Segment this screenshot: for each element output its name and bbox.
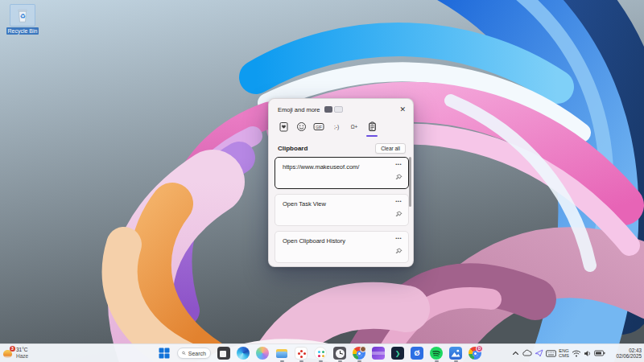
clipboard-item[interactable]: Open Task View ••• bbox=[275, 194, 409, 226]
clipboard-item-text: Open Task View bbox=[283, 200, 326, 208]
clear-all-button[interactable]: Clear all bbox=[375, 143, 406, 154]
weather-temperature: 31°C bbox=[16, 347, 28, 353]
emoji-and-more-flyout: Emoji and more ✕ GIF ;-) bbox=[268, 98, 414, 267]
recycle-bin-icon: ♻ bbox=[10, 4, 35, 27]
undock-icon[interactable] bbox=[334, 106, 343, 113]
task-view-button[interactable] bbox=[217, 347, 230, 360]
red-dots-app-icon bbox=[295, 347, 308, 360]
language-line2: CMS bbox=[559, 353, 569, 359]
paper-plane-icon[interactable] bbox=[535, 349, 543, 357]
clipboard-section-header: Clipboard Clear all bbox=[278, 142, 406, 154]
terminal-app[interactable]: ❯ bbox=[391, 347, 404, 360]
task-view-icon bbox=[217, 347, 230, 360]
search-icon bbox=[182, 350, 186, 356]
profile-badge: D bbox=[476, 345, 483, 352]
flyout-scrollbar[interactable] bbox=[409, 157, 411, 207]
close-icon[interactable]: ✕ bbox=[399, 105, 406, 113]
symbols-icon: Ω+ bbox=[351, 124, 358, 130]
gif-icon: GIF bbox=[313, 121, 324, 132]
weather-haze-icon: 3 bbox=[2, 348, 14, 359]
recycle-bin-desktop-icon[interactable]: ♻ Recycle Bin bbox=[5, 4, 40, 35]
svg-text:♻: ♻ bbox=[19, 13, 25, 20]
start-button[interactable] bbox=[158, 347, 171, 360]
tab-symbols[interactable]: Ω+ bbox=[345, 120, 363, 134]
clipboard-item-text: https://www.makeuseof.com/ bbox=[283, 163, 359, 171]
slack-icon bbox=[314, 347, 327, 360]
terminal-icon: ❯ bbox=[391, 347, 404, 360]
wifi-icon[interactable] bbox=[572, 350, 581, 357]
wallet-icon bbox=[372, 347, 385, 360]
emoji-icon bbox=[296, 121, 307, 132]
clipboard-item[interactable]: https://www.makeuseof.com/ ••• bbox=[275, 157, 409, 189]
clipboard-icon bbox=[367, 121, 378, 132]
search-label: Search bbox=[188, 351, 206, 356]
clock-app-icon bbox=[333, 347, 346, 360]
spotify-icon bbox=[430, 347, 443, 360]
tab-clipboard[interactable] bbox=[363, 120, 381, 134]
battery-icon[interactable] bbox=[594, 350, 605, 356]
tab-gif[interactable]: GIF bbox=[310, 120, 328, 134]
recently-used-icon bbox=[279, 121, 289, 132]
item-menu-icon[interactable]: ••• bbox=[395, 199, 402, 204]
system-tray: ENG CMS 02:43 02/06/2025 bbox=[512, 344, 642, 362]
tab-kaomoji[interactable]: ;-) bbox=[328, 120, 345, 134]
photos-icon bbox=[449, 347, 462, 360]
edge-icon bbox=[237, 347, 250, 360]
weather-condition: Haze bbox=[16, 353, 28, 360]
clock-time: 02:43 bbox=[629, 348, 642, 354]
taskbar-clock[interactable]: 02:43 02/06/2025 bbox=[608, 348, 642, 360]
loop-app[interactable]: Ø bbox=[411, 347, 423, 360]
windows-logo-icon bbox=[158, 347, 171, 360]
tab-recently-used[interactable] bbox=[275, 120, 292, 134]
photos-app[interactable] bbox=[449, 347, 462, 360]
pin-icon[interactable] bbox=[395, 207, 402, 221]
clipboard-item-text: Open Clipboard History bbox=[283, 237, 345, 245]
red-dots-app[interactable] bbox=[295, 347, 308, 360]
wallet-app[interactable] bbox=[372, 347, 385, 360]
taskbar: 3 31°C Haze Search bbox=[0, 343, 644, 362]
touch-keyboard-icon[interactable] bbox=[546, 350, 556, 357]
copilot-app[interactable] bbox=[256, 347, 269, 360]
volume-icon[interactable] bbox=[584, 350, 592, 357]
weather-widget[interactable]: 3 31°C Haze bbox=[2, 345, 28, 361]
pin-icon[interactable] bbox=[395, 170, 402, 184]
keyboard-dock-icon[interactable] bbox=[324, 106, 332, 113]
clock-date: 02/06/2025 bbox=[616, 353, 642, 360]
chrome-profile-app[interactable]: D bbox=[469, 347, 481, 360]
clock-app[interactable] bbox=[333, 347, 346, 360]
clipboard-item[interactable]: Open Clipboard History ••• bbox=[275, 231, 409, 263]
item-menu-icon[interactable]: ••• bbox=[395, 236, 402, 241]
item-menu-icon[interactable]: ••• bbox=[395, 162, 402, 167]
tray-chevron-up-icon[interactable] bbox=[512, 350, 519, 356]
flyout-title: Emoji and more bbox=[278, 106, 320, 113]
clipboard-section-title: Clipboard bbox=[278, 145, 308, 152]
edge-app[interactable] bbox=[237, 347, 250, 360]
pin-icon[interactable] bbox=[395, 244, 402, 258]
spotify-app[interactable] bbox=[430, 347, 443, 360]
onedrive-cloud-icon[interactable] bbox=[522, 349, 532, 357]
profile-avatar bbox=[360, 346, 366, 352]
flyout-header: Emoji and more ✕ bbox=[269, 99, 413, 115]
recycle-bin-label: Recycle Bin bbox=[6, 27, 39, 35]
taskbar-center: Search bbox=[158, 344, 481, 362]
language-indicator[interactable]: ENG CMS bbox=[559, 348, 569, 359]
svg-text:GIF: GIF bbox=[316, 125, 322, 130]
chrome-app[interactable] bbox=[353, 347, 365, 360]
flyout-tabs: GIF ;-) Ω+ bbox=[275, 120, 381, 136]
slack-app[interactable] bbox=[314, 347, 327, 360]
search-box[interactable]: Search bbox=[177, 348, 211, 359]
copilot-icon bbox=[256, 347, 269, 360]
file-explorer-app[interactable] bbox=[275, 347, 288, 360]
tab-emoji[interactable] bbox=[292, 120, 310, 134]
loop-app-icon: Ø bbox=[411, 347, 423, 360]
kaomoji-icon: ;-) bbox=[334, 124, 339, 130]
file-explorer-icon bbox=[275, 347, 288, 360]
notification-badge: 3 bbox=[10, 346, 15, 352]
selected-tab-indicator bbox=[366, 135, 378, 138]
